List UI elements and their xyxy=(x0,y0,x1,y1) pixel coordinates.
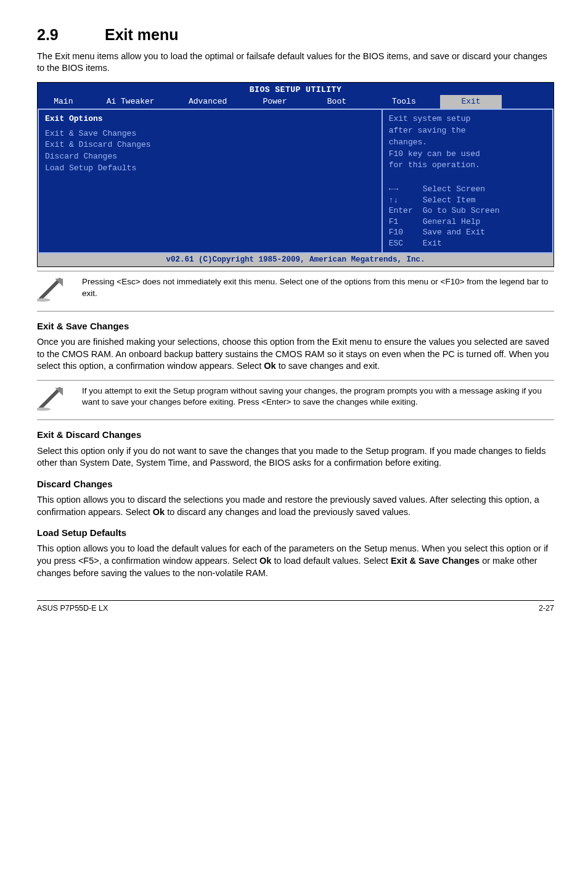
note-icon xyxy=(37,386,71,415)
bios-key: F10 xyxy=(389,227,423,238)
bios-tab-bar: Main Ai Tweaker Advanced Power Boot Tool… xyxy=(38,95,553,109)
body-discard: This option allows you to discard the se… xyxy=(37,494,554,518)
bios-help-line: Exit system setup xyxy=(389,113,546,125)
bios-tab-power[interactable]: Power xyxy=(244,95,306,109)
bios-title: BIOS SETUP UTILITY xyxy=(38,83,553,96)
bios-key-legend: ←→Select Screen ↑↓Select Item EnterGo to… xyxy=(389,184,546,249)
note-text: If you attempt to exit the Setup program… xyxy=(82,386,554,408)
svg-point-1 xyxy=(37,407,51,410)
body-defaults: This option allows you to load the defau… xyxy=(37,543,554,579)
divider xyxy=(37,311,554,311)
intro-paragraph: The Exit menu items allow you to load th… xyxy=(37,51,554,75)
bios-setup-utility: BIOS SETUP UTILITY Main Ai Tweaker Advan… xyxy=(37,82,554,267)
body-exit-save: Once you are finished making your select… xyxy=(37,336,554,373)
bios-copyright-footer: v02.61 (C)Copyright 1985-2009, American … xyxy=(38,254,553,266)
bios-option-load-defaults[interactable]: Load Setup Defaults xyxy=(45,163,375,175)
page-heading: 2.9Exit menu xyxy=(37,25,554,46)
bios-exit-options-header: Exit Options xyxy=(45,113,375,125)
note-block: If you attempt to exit the Setup program… xyxy=(37,381,554,420)
note-icon xyxy=(37,276,71,306)
bios-tab-main[interactable]: Main xyxy=(38,95,89,109)
bios-key-label: Select Screen xyxy=(423,184,546,195)
bios-key-label: Save and Exit xyxy=(423,227,546,238)
bios-key-label: Exit xyxy=(423,238,546,249)
bios-help-line: changes. xyxy=(389,137,546,149)
body-exit-discard: Select this option only if you do not wa… xyxy=(37,445,554,469)
note-text: Pressing <Esc> does not immediately exit… xyxy=(82,276,554,299)
bios-key: Enter xyxy=(389,205,423,217)
bios-tab-tools[interactable]: Tools xyxy=(368,95,440,109)
bios-option-discard[interactable]: Discard Changes xyxy=(45,151,375,163)
heading-title: Exit menu xyxy=(105,26,178,43)
footer-right: 2-27 xyxy=(539,603,554,614)
bios-tab-exit[interactable]: Exit xyxy=(440,95,502,109)
note-block: Pressing <Esc> does not immediately exit… xyxy=(37,271,554,311)
bios-left-pane: Exit Options Exit & Save Changes Exit & … xyxy=(38,110,383,254)
bios-option-exit-save[interactable]: Exit & Save Changes xyxy=(45,128,375,140)
heading-number: 2.9 xyxy=(37,25,105,46)
bios-help-line: F10 key can be used xyxy=(389,149,546,160)
bios-key: ←→ xyxy=(389,184,423,195)
page-footer: ASUS P7P55D-E LX 2-27 xyxy=(37,600,554,614)
bios-key-label: Select Item xyxy=(423,195,546,206)
bios-option-exit-discard[interactable]: Exit & Discard Changes xyxy=(45,139,375,151)
bios-key-label: Go to Sub Screen xyxy=(423,205,546,217)
svg-point-0 xyxy=(37,299,51,302)
bios-key-label: General Help xyxy=(423,217,546,228)
subhead-defaults: Load Setup Defaults xyxy=(37,527,554,539)
bios-right-pane: Exit system setup after saving the chang… xyxy=(383,110,553,254)
bios-help-line: for this operation. xyxy=(389,160,546,171)
subhead-exit-discard: Exit & Discard Changes xyxy=(37,429,554,441)
bios-tab-advanced[interactable]: Advanced xyxy=(172,95,244,109)
bios-tab-aitweaker[interactable]: Ai Tweaker xyxy=(89,95,172,109)
bios-key: ↑↓ xyxy=(389,195,423,206)
bios-key: ESC xyxy=(389,238,423,249)
subhead-exit-save: Exit & Save Changes xyxy=(37,320,554,332)
bios-key: F1 xyxy=(389,217,423,228)
bios-help-line: after saving the xyxy=(389,125,546,137)
bios-tab-boot[interactable]: Boot xyxy=(306,95,367,109)
divider xyxy=(37,419,554,420)
bios-help-text: Exit system setup after saving the chang… xyxy=(389,113,546,171)
footer-left: ASUS P7P55D-E LX xyxy=(37,603,108,614)
subhead-discard: Discard Changes xyxy=(37,478,554,490)
